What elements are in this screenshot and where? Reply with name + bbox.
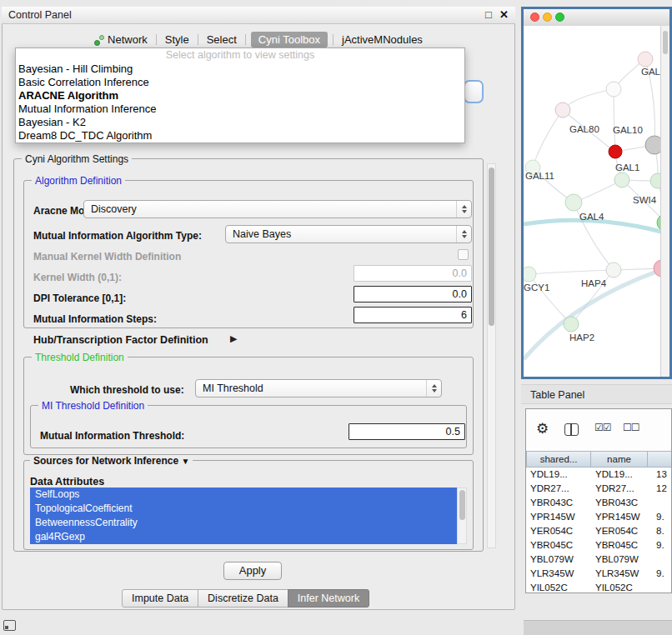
sources-group-title-text: Sources for Network Inference <box>33 455 178 467</box>
tab-discretize-data[interactable]: Discretize Data <box>198 589 288 608</box>
network-node[interactable] <box>609 145 622 158</box>
network-node[interactable] <box>606 262 621 278</box>
tab-style[interactable]: Style <box>162 32 193 48</box>
combo-arrows-icon <box>426 380 441 397</box>
network-node[interactable] <box>638 52 653 67</box>
threshold-definition-title: Threshold Definition <box>32 352 128 363</box>
restore-panel-icon[interactable] <box>3 620 16 631</box>
sources-collapse-arrow-icon[interactable]: ▼ <box>181 457 189 466</box>
window-zoom-button[interactable] <box>555 12 564 22</box>
aracne-mode-combobox[interactable]: Discovery <box>83 200 472 218</box>
tab-separator <box>198 34 198 45</box>
network-node[interactable] <box>565 194 582 211</box>
sources-group-title[interactable]: Sources for Network Inference ▼ <box>30 455 193 467</box>
attribute-list-scrollbar-thumb[interactable] <box>459 490 465 520</box>
network-node-label: GCY1 <box>524 282 549 292</box>
network-canvas[interactable]: GAL GAL80 GAL10 GAL11 GAL1 SWI4 GAL4 GCY… <box>524 26 661 377</box>
float-panel-icon[interactable]: □ <box>485 8 492 21</box>
settings-scrollbar[interactable] <box>487 163 496 548</box>
tab-jactivemodules[interactable]: jActiveMNodules <box>339 32 426 48</box>
tab-network[interactable]: Network <box>91 32 151 48</box>
gear-icon[interactable]: ⚙ <box>536 420 549 438</box>
network-node[interactable] <box>524 267 536 282</box>
table-row[interactable]: YLR345W YLR345W 9. <box>526 567 671 581</box>
cell: YIL052C <box>591 581 648 593</box>
cell: 12 <box>648 482 672 496</box>
network-node[interactable] <box>645 136 661 154</box>
mi-type-combobox[interactable]: Naive Bayes <box>225 225 472 243</box>
deselect-all-icon[interactable]: ☐☐ <box>623 422 639 433</box>
cell: 13 <box>648 468 672 482</box>
attribute-item-selected[interactable]: gal4RGexp <box>30 530 457 544</box>
attribute-item-selected[interactable]: TopologicalCoefficient <box>30 502 457 516</box>
tab-impute-data[interactable]: Impute Data <box>122 589 198 608</box>
close-panel-icon[interactable]: ✕ <box>499 8 509 21</box>
cell: YDR27... <box>591 482 648 496</box>
network-node[interactable] <box>614 172 629 188</box>
mi-threshold-input[interactable] <box>349 423 465 440</box>
network-node-label: GAL11 <box>525 171 554 181</box>
network-node-label: HAP2 <box>569 332 594 342</box>
column-header-extra[interactable] <box>648 451 672 468</box>
cell: 9. <box>648 567 672 581</box>
control-panel-tabbar: Network Style Select Cyni Toolbox jActiv… <box>2 30 515 49</box>
table-row[interactable]: YBL079W YBL079W <box>526 552 671 567</box>
window-minimize-button[interactable] <box>543 12 552 22</box>
cyni-settings-group-title: Cyni Algorithm Settings <box>22 153 132 165</box>
algorithm-combobox-fragment[interactable] <box>464 80 484 103</box>
columns-icon[interactable] <box>564 423 579 436</box>
mi-type-value: Naive Bayes <box>226 228 456 240</box>
apply-button[interactable]: Apply <box>223 562 282 580</box>
cell: YLR345W <box>591 567 648 581</box>
tab-cyni-toolbox[interactable]: Cyni Toolbox <box>251 32 328 48</box>
manual-kernel-label: Manual Kernel Width Definition <box>33 251 181 262</box>
network-node-label: HAP4 <box>581 278 606 288</box>
cell: YDL19... <box>591 468 648 482</box>
dropdown-item[interactable]: Dream8 DC_TDC Algorithm <box>16 129 464 142</box>
select-all-icon[interactable]: ☑☑ <box>594 422 611 433</box>
dpi-tolerance-label: DPI Tolerance [0,1]: <box>33 292 126 304</box>
table-row[interactable]: YPR145W YPR145W 9. <box>526 510 671 524</box>
tab-separator <box>156 34 157 45</box>
network-node[interactable] <box>555 102 570 118</box>
data-attributes-list: SelfLoops TopologicalCoefficient Between… <box>30 488 457 544</box>
table-row[interactable]: YDR27... YDR27... 12 <box>526 482 671 496</box>
cell <box>648 581 672 593</box>
table-row[interactable]: YBR043C YBR043C <box>526 496 671 510</box>
table-row[interactable]: YER054C YER054C 8. <box>526 524 671 538</box>
attribute-list-scrollbar[interactable] <box>457 488 467 544</box>
network-scrollbar-thumb[interactable] <box>663 31 668 54</box>
table-row[interactable]: YIL052C YIL052C <box>526 581 671 593</box>
table-row[interactable]: YDL19... YDL19... 13 <box>526 468 671 482</box>
table-panel-window: ⚙ ☑☑ ☐☐ shared... name YDL19... YDL19...… <box>525 408 672 593</box>
network-node[interactable] <box>564 317 579 332</box>
combo-arrows-icon <box>456 201 471 218</box>
attribute-item-selected[interactable]: SelfLoops <box>30 488 457 502</box>
tab-infer-network[interactable]: Infer Network <box>288 589 369 608</box>
tab-separator <box>245 34 246 45</box>
attribute-item-selected[interactable]: BetweennessCentrality <box>30 516 457 530</box>
dropdown-item-selected[interactable]: ARACNE Algorithm <box>16 89 464 102</box>
mi-steps-input[interactable] <box>354 307 472 323</box>
network-scrollbar[interactable] <box>660 26 669 377</box>
application-root: Control Panel □ ✕ Network Style Select C… <box>0 0 672 635</box>
cell: YDL19... <box>526 468 591 482</box>
dropdown-item[interactable]: Mutual Information Inference <box>16 102 464 116</box>
window-close-button[interactable] <box>530 12 539 22</box>
kernel-width-input <box>354 265 472 282</box>
which-threshold-combobox[interactable]: MI Threshold <box>195 379 442 398</box>
manual-kernel-checkbox <box>458 249 469 260</box>
table-row[interactable]: YBR045C YBR045C 9. <box>526 538 671 552</box>
settings-scrollbar-thumb[interactable] <box>489 168 494 326</box>
dropdown-item[interactable]: Bayesian - Hill Climbing <box>16 62 464 76</box>
network-node-label: GAL1 <box>615 162 639 172</box>
network-node[interactable] <box>606 82 621 97</box>
dpi-tolerance-input[interactable] <box>354 286 472 302</box>
hub-expand-arrow-icon[interactable]: ▶ <box>230 333 237 344</box>
dropdown-item[interactable]: Bayesian - K2 <box>16 116 464 129</box>
dropdown-item[interactable]: Basic Correlation Inference <box>16 76 464 89</box>
column-header-shared-name[interactable]: shared... <box>526 451 591 468</box>
hub-definition-label[interactable]: Hub/Transcription Factor Definition <box>33 334 208 346</box>
tab-select[interactable]: Select <box>203 32 240 48</box>
column-header-name[interactable]: name <box>591 451 648 468</box>
